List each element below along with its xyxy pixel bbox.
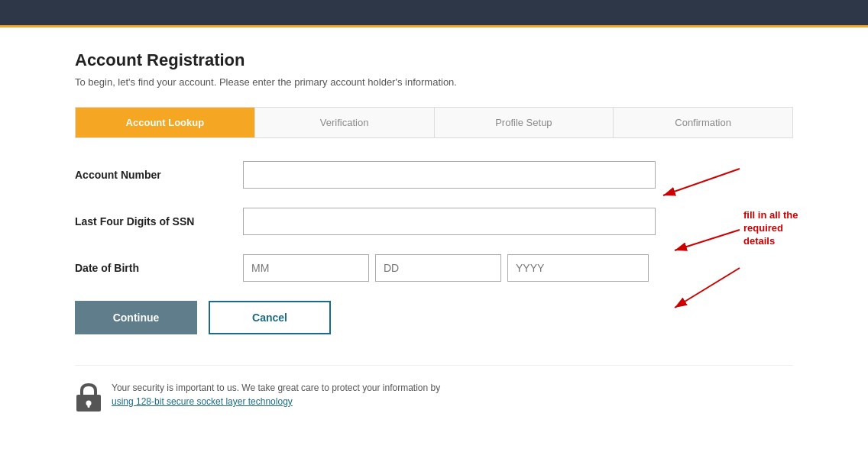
account-number-input[interactable] (243, 161, 656, 189)
ssn-input[interactable] (243, 208, 656, 235)
account-number-row: Account Number (75, 161, 793, 189)
step-account-lookup[interactable]: Account Lookup (76, 108, 255, 137)
ssn-label: Last Four Digits of SSN (75, 215, 243, 228)
continue-button[interactable]: Continue (75, 301, 197, 334)
svg-text:details: details (743, 235, 775, 247)
top-bar (0, 0, 868, 27)
cancel-button[interactable]: Cancel (209, 301, 331, 334)
dob-group (243, 254, 656, 282)
security-text-block: Your security is important to us. We tak… (112, 381, 440, 408)
page-subtitle: To begin, let's find your account. Pleas… (75, 76, 793, 88)
security-text-line1: Your security is important to us. We tak… (112, 382, 440, 393)
steps-container: Account Lookup Verification Profile Setu… (75, 107, 793, 138)
lock-icon (75, 381, 102, 415)
step-confirmation[interactable]: Confirmation (614, 108, 792, 137)
step-verification[interactable]: Verification (255, 108, 435, 137)
ssn-row: Last Four Digits of SSN (75, 208, 793, 235)
dob-month-input[interactable] (243, 254, 369, 282)
dob-year-input[interactable] (507, 254, 649, 282)
security-text-link: using 128-bit secure socket layer techno… (112, 396, 293, 407)
buttons-row: Continue Cancel (75, 301, 793, 334)
svg-rect-9 (88, 403, 90, 408)
dob-day-input[interactable] (375, 254, 501, 282)
dob-label: Date of Birth (75, 262, 243, 274)
security-section: Your security is important to us. We tak… (75, 365, 793, 415)
page-title: Account Registration (75, 50, 793, 70)
account-number-label: Account Number (75, 169, 243, 181)
dob-row: Date of Birth (75, 254, 793, 282)
step-profile-setup[interactable]: Profile Setup (435, 108, 614, 137)
